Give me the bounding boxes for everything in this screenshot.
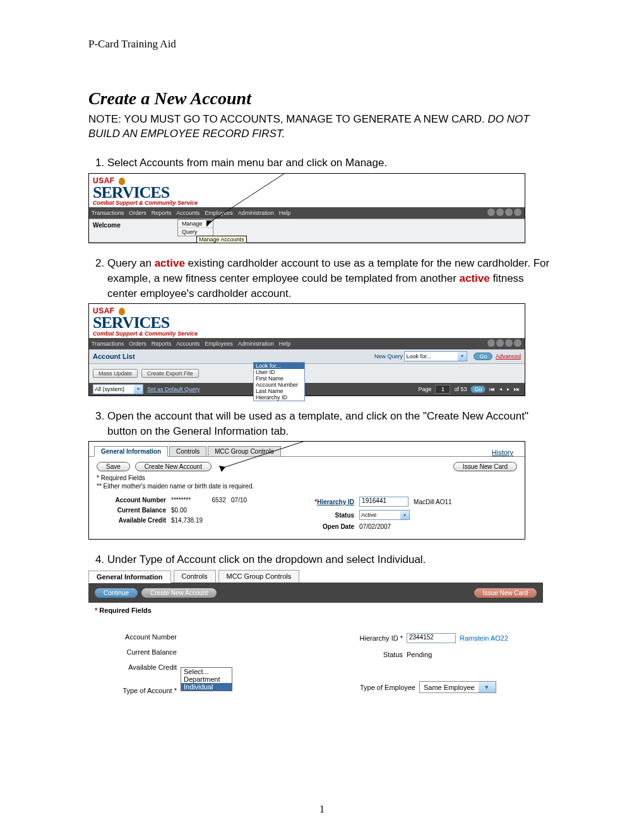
screenshot-1: USAF SERVICES Combat Support & Community… — [88, 173, 525, 243]
screenshot-4: General Information Controls MCC Group C… — [88, 570, 543, 719]
tab4-general-info[interactable]: General Information — [88, 571, 171, 583]
note-text: NOTE: YOU MUST GO TO ACCOUNTS, MANAGE TO… — [88, 112, 556, 142]
brand-tagline: Combat Support & Community Service — [93, 200, 521, 206]
step-2: Query an active existing cardholder acco… — [107, 256, 556, 301]
tab-general-info[interactable]: General Information — [94, 446, 168, 457]
accounts-dropdown[interactable]: Manage Query — [177, 219, 213, 236]
tab4-mcc-group[interactable]: MCC Group Controls — [218, 570, 300, 583]
create-new-account-button[interactable]: Create New Account — [135, 462, 212, 471]
chevron-down-icon[interactable]: ▾ — [479, 682, 496, 692]
lookfor-dropdown[interactable]: Look for... User ID First Name Account N… — [253, 362, 305, 401]
set-default-link[interactable]: Set as Default Query — [147, 386, 200, 392]
issue-new-card-button-2[interactable]: Issue New Card — [474, 588, 537, 598]
type-of-employee-select[interactable]: Same Employee ▾ — [419, 681, 496, 693]
issue-new-card-button[interactable]: Issue New Card — [453, 462, 517, 471]
document-header: P-Card Training Aid — [88, 38, 556, 51]
hierarchy-id-field-2[interactable]: 2344152 — [407, 633, 456, 643]
account-list-title: Account List — [93, 353, 135, 360]
go-button[interactable]: Go — [474, 353, 492, 360]
menu-query[interactable]: Query — [178, 228, 213, 236]
create-export-button[interactable]: Create Export File — [141, 369, 199, 378]
welcome-label: Welcome — [93, 222, 121, 229]
history-link[interactable]: History — [492, 449, 513, 456]
tab-mcc-group[interactable]: MCC Group Controls — [208, 446, 280, 456]
option-individual[interactable]: Individual — [181, 683, 232, 691]
status-select[interactable]: ▾ — [359, 510, 410, 520]
continue-button[interactable]: Continue — [95, 588, 138, 598]
main-menu-2[interactable]: Transactions Orders Reports Accounts Emp… — [89, 338, 525, 349]
menu-administration[interactable]: Administration — [238, 210, 274, 216]
new-query-label: New Query — [374, 353, 403, 360]
pager-icons[interactable]: ⏮ ◀ ▶ ⏭ — [489, 386, 521, 392]
step-4: Under Type of Account click on the dropd… — [107, 552, 556, 567]
main-menu[interactable]: Transactions Orders Reports Accounts Emp… — [89, 207, 525, 219]
menu-help[interactable]: Help — [279, 210, 291, 216]
step-1: Select Accounts from main menu bar and c… — [107, 155, 556, 171]
screenshot-2: USAF SERVICES Combat Support & Community… — [88, 303, 525, 396]
lookfor-input[interactable] — [405, 353, 458, 360]
query-select[interactable]: ▾ — [93, 384, 143, 394]
step-3: Open the account that will be used as a … — [107, 409, 556, 439]
page-go-button[interactable]: Go — [470, 385, 486, 393]
tooltip: Manage Accounts — [196, 236, 247, 243]
screenshot-3: General Information Controls MCC Group C… — [88, 441, 525, 540]
chevron-down-icon[interactable]: ▾ — [400, 511, 409, 519]
menu-manage[interactable]: Manage — [178, 220, 213, 228]
save-button[interactable]: Save — [97, 462, 130, 471]
tab-controls[interactable]: Controls — [169, 446, 206, 456]
brand-services: SERVICES — [93, 185, 521, 200]
page-number: 1 — [0, 804, 644, 815]
hierarchy-id-field[interactable]: 1916441 — [359, 497, 408, 507]
chevron-down-icon[interactable]: ▾ — [458, 352, 467, 361]
type-of-account-dropdown[interactable]: Select... Department Individual — [181, 667, 232, 691]
menu-accounts[interactable]: Accounts — [176, 210, 200, 216]
menu-orders[interactable]: Orders — [129, 210, 146, 216]
mass-update-button[interactable]: Mass Update — [93, 369, 138, 378]
menu-reports[interactable]: Reports — [152, 210, 172, 216]
page-title: Create a New Account — [88, 88, 556, 109]
chevron-down-icon[interactable]: ▾ — [134, 385, 143, 394]
hierarchy-id-link[interactable]: Hierarchy ID — [317, 499, 354, 505]
page-input[interactable] — [435, 385, 450, 394]
advanced-link[interactable]: Advanced — [496, 353, 521, 360]
create-new-account-button-2[interactable]: Create New Account — [141, 588, 217, 598]
menu-transactions[interactable]: Transactions — [92, 210, 124, 216]
toolbar-icons[interactable] — [487, 208, 522, 217]
tab4-controls[interactable]: Controls — [174, 570, 216, 583]
lookfor-select[interactable]: ▾ — [404, 351, 467, 361]
menu-employees[interactable]: Employees — [205, 210, 233, 216]
